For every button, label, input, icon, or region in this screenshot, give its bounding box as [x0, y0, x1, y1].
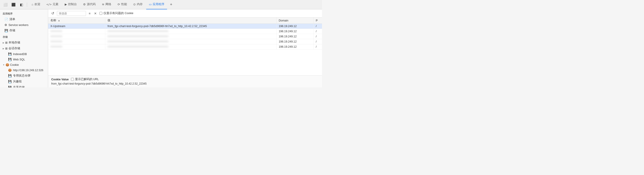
elements-icon: </>: [46, 3, 52, 6]
tab-console[interactable]: ▶ 控制台: [62, 0, 80, 10]
cell-name: ••••••••••••: [48, 29, 105, 34]
refresh-button[interactable]: ↺: [50, 11, 55, 16]
storage-section-header: 存储: [0, 34, 48, 40]
problems-cookie-label: 仅显示有问题的 Cookie: [104, 12, 133, 15]
sidebar-group-local-storage[interactable]: ▶ ⊞ 本地存储: [1, 40, 47, 46]
shared-storage-label: 共享存储: [13, 86, 25, 88]
local-storage-icon: ⊞: [5, 41, 8, 44]
session-storage-label: 会话存储: [8, 46, 20, 50]
web-sql-icon: 💾: [8, 58, 12, 61]
cell-path: /: [314, 39, 322, 44]
problems-cookie-checkbox[interactable]: [100, 12, 102, 15]
sidebar-item-indexed-db[interactable]: 💾 IndexedDB: [1, 52, 47, 56]
tab-memory-label: 内存: [137, 2, 143, 6]
dock-right-button[interactable]: ⬛: [10, 2, 17, 8]
sidebar-group-session-storage[interactable]: ▶ ⊞ 会话存储: [1, 46, 47, 51]
col-domain[interactable]: Domain: [276, 18, 314, 24]
sidebar-item-storage-label: 存储: [10, 29, 15, 32]
cell-name: ••••••••••••: [48, 39, 105, 44]
tab-performance-label: 性能: [121, 2, 127, 6]
table-row[interactable]: ••••••••••••••••••••••••••••••••••••••••…: [48, 34, 322, 39]
add-icon: +: [170, 2, 172, 7]
add-tab-button[interactable]: +: [168, 2, 174, 8]
sidebar-item-service-workers[interactable]: ⚙ Service workers: [1, 22, 47, 28]
decode-url-checkbox[interactable]: [71, 78, 74, 81]
tab-memory[interactable]: ⊙ 内存: [130, 0, 145, 10]
performance-icon: ⟳: [118, 3, 120, 6]
sources-icon: ⚙: [83, 3, 86, 6]
tab-application[interactable]: ▭ 应用程序: [146, 0, 167, 10]
sidebar-item-shared-storage[interactable]: 💾 共享存储: [1, 84, 47, 88]
cookie-icon: 🍪: [6, 63, 9, 66]
session-storage-icon: ⊞: [5, 47, 8, 50]
indexed-db-label: IndexedDB: [13, 52, 27, 56]
cell-value: ••••••••••••••••••••••••••••••••••••••••…: [105, 44, 276, 50]
cell-path: /: [314, 29, 322, 34]
indexed-db-icon: 💾: [8, 52, 12, 56]
app-section-header: 应用程序: [0, 10, 48, 16]
sidebar-item-interest-group[interactable]: 💾 兴趣组: [1, 79, 47, 84]
tab-network[interactable]: ≋ 网络: [99, 0, 114, 10]
table-row[interactable]: ••••••••••••••••••••••••••••••••••••••••…: [48, 44, 322, 50]
table-header-row: 名称 ▲ 值 Domain P: [48, 18, 322, 24]
special-token-label: 专用状态令牌: [13, 74, 30, 78]
tab-sources[interactable]: ⚙ 源代码: [80, 0, 98, 10]
col-value[interactable]: 值: [105, 18, 276, 24]
clear-filter-button[interactable]: ✕: [93, 11, 98, 16]
content-area: ↺ ≡ ✕ 仅显示有问题的 Cookie 名称 ▲: [48, 10, 322, 88]
tab-network-label: 网络: [106, 2, 111, 6]
col-name[interactable]: 名称 ▲: [48, 18, 105, 24]
problems-cookie-checkbox-label[interactable]: 仅显示有问题的 Cookie: [100, 12, 133, 15]
cell-value: ••••••••••••••••••••••••••••••••••••••••…: [105, 34, 276, 39]
cookie-table-wrap: 名称 ▲ 值 Domain P: [48, 18, 322, 76]
cell-value: ••••••••••••••••••••••••••••••••••••••••…: [105, 29, 276, 34]
sidebar-item-storage[interactable]: 💾 存储: [1, 28, 47, 33]
tab-console-label: 控制台: [68, 2, 77, 6]
storage-icon: 💾: [4, 29, 8, 32]
cell-value: ••••••••••••••••••••••••••••••••••••••••…: [105, 39, 276, 44]
filter-input[interactable]: [57, 11, 86, 16]
network-icon: ≋: [102, 3, 104, 6]
table-row[interactable]: ••••••••••••••••••••••••••••••••••••••••…: [48, 29, 322, 34]
cell-name: ••••••••••••: [48, 44, 105, 50]
tab-welcome[interactable]: ⌂ 欢迎: [29, 0, 43, 10]
cookie-label: Cookie: [10, 63, 19, 66]
cookie-table: 名称 ▲ 值 Domain P: [48, 18, 322, 50]
special-token-icon: 💾: [8, 74, 12, 78]
sort-arrow-icon: ▲: [58, 19, 60, 22]
sidebar-toggle-button[interactable]: ◧: [18, 2, 25, 8]
cell-value: from_fgc-chart-test-forguncy-pod-7db5d96…: [105, 24, 276, 29]
tab-performance[interactable]: ⟳ 性能: [115, 0, 130, 10]
sidebar-group-cookie[interactable]: ▼ 🍪 Cookie: [1, 62, 47, 67]
sidebar: 应用程序 📄 清单 ⚙ Service workers 💾 存储 存储 ▶ ⊞ …: [0, 10, 48, 88]
funnel-icon-button[interactable]: ≡: [88, 11, 91, 16]
web-sql-label: Web SQL: [13, 58, 25, 61]
cookie-url-icon: 🍪: [8, 68, 12, 72]
cookie-table-body: X-Upstreamfrom_fgc-chart-test-forguncy-p…: [48, 24, 322, 50]
triangle-right-icon-2: ▶: [3, 48, 4, 50]
tab-welcome-label: 欢迎: [34, 2, 40, 6]
triangle-right-icon: ▶: [3, 42, 4, 44]
cell-path: /: [314, 24, 322, 29]
col-domain-label: Domain: [279, 19, 288, 22]
dock-bottom-button[interactable]: ⬜: [2, 2, 9, 8]
col-value-label: 值: [108, 19, 110, 22]
sidebar-child-cookie-url[interactable]: 🍪 http://198.19.249.12:326: [1, 68, 47, 73]
sidebar-item-special-token[interactable]: 💾 专用状态令牌: [1, 73, 47, 78]
service-workers-icon: ⚙: [4, 23, 7, 27]
col-path[interactable]: P: [314, 18, 322, 24]
sidebar-item-web-sql[interactable]: 💾 Web SQL: [1, 57, 47, 62]
cell-name: ••••••••••••: [48, 34, 105, 39]
sidebar-item-service-workers-label: Service workers: [8, 24, 28, 27]
cell-domain: 198.19.249.12: [276, 24, 314, 29]
decode-url-checkbox-label[interactable]: 显示已解码的 URL: [71, 78, 99, 81]
sidebar-item-manifest[interactable]: 📄 清单: [1, 16, 47, 22]
cell-domain: 198.19.249.12: [276, 29, 314, 34]
top-toolbar: ⬜ ⬛ ◧ ⌂ 欢迎 </> 元素 ▶ 控制台 ⚙ 源代码 ≋ 网络 ⟳ 性能 …: [0, 0, 322, 10]
table-row[interactable]: X-Upstreamfrom_fgc-chart-test-forguncy-p…: [48, 24, 322, 29]
table-row[interactable]: ••••••••••••••••••••••••••••••••••••••••…: [48, 39, 322, 44]
interest-group-label: 兴趣组: [13, 80, 22, 84]
cookie-value-panel: Cookie Value 显示已解码的 URL from_fgc-chart-t…: [48, 76, 322, 88]
tab-elements[interactable]: </> 元素: [44, 0, 61, 10]
local-storage-label: 本地存储: [8, 41, 20, 44]
